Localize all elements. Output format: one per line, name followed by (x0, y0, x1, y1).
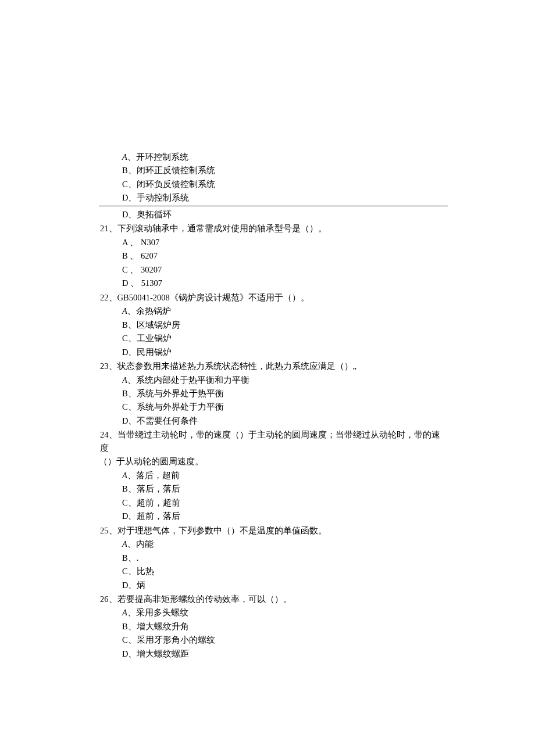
option-c: C、采用牙形角小的螺纹 (122, 633, 448, 646)
question-24: 24、当带绕过主动轮时，带的速度（）于主动轮的圆周速度；当带绕过从动轮时，带的速… (99, 428, 448, 522)
option-a: A、系统内部处于热平衡和力平衡 (122, 374, 448, 386)
option-d-aoto: D、奥拓循环 (122, 208, 448, 221)
question-stem: 22、GB50041-2008《锅炉房设计规范》不适用于（）。 (99, 291, 448, 304)
option-a: A 、 N307 (122, 236, 448, 249)
option-c: C 、 30207 (122, 263, 448, 276)
option-b: B 、 6207 (122, 249, 448, 262)
option-d: D、民用锅炉 (122, 346, 448, 359)
question-25: 25、对于理想气体，下列参数中（）不是温度的单值函数。 A、内能 B、. C、比… (99, 524, 448, 592)
options: A、系统内部处于热平衡和力平衡 B、系统与外界处于热平衡 C、系统与外界处于力平… (99, 374, 448, 428)
question-stem: 25、对于理想气体，下列参数中（）不是温度的单值函数。 (99, 524, 448, 537)
option-a: A、开环控制系统 (99, 151, 448, 163)
option-c: C、工业锅炉 (122, 332, 448, 345)
options: A 、 N307 B 、 6207 C 、 30207 D 、 51307 (99, 236, 448, 290)
option-d: D、炳 (122, 579, 448, 592)
question-21: 21、下列滚动轴承中，通常需成对使用的轴承型号是（）。 A 、 N307 B 、… (99, 222, 448, 289)
option-b: B、闭环正反馈控制系统 (99, 164, 448, 177)
question-stem-cont: （）于从动轮的圆周速度。 (99, 455, 448, 468)
orphan-option: D、奥拓循环 (99, 208, 448, 221)
question-stem: 21、下列滚动轴承中，通常需成对使用的轴承型号是（）。 (99, 222, 448, 235)
question-22: 22、GB50041-2008《锅炉房设计规范》不适用于（）。 A、余热锅炉 B… (99, 291, 448, 359)
option-c: C、比热 (122, 565, 448, 578)
question-26: 26、若要提高非矩形螺纹的传动效率，可以（）。 A、采用多头螺纹 B、增大螺纹升… (99, 593, 448, 660)
options: A、采用多头螺纹 B、增大螺纹升角 C、采用牙形角小的螺纹 D、增大螺纹螺距 (99, 606, 448, 660)
option-c: C、超前，超前 (122, 496, 448, 509)
option-b: B、系统与外界处于热平衡 (122, 387, 448, 400)
option-d: D、超前，落后 (122, 510, 448, 522)
option-b: B、. (122, 551, 448, 564)
option-d: D、手动控制系统 (99, 191, 448, 204)
question-23: 23、状态参数用来描述热力系统状态特性，此热力系统应满足（）„ A、系统内部处于… (99, 360, 448, 427)
question-stem: 26、若要提高非矩形螺纹的传动效率，可以（）。 (99, 593, 448, 605)
option-d: D 、 51307 (122, 277, 448, 289)
option-d: D、不需要任何条件 (122, 414, 448, 427)
question-stem: 23、状态参数用来描述热力系统状态特性，此热力系统应满足（）„ (99, 360, 448, 372)
question-stem: 24、当带绕过主动轮时，带的速度（）于主动轮的圆周速度；当带绕过从动轮时，带的速… (99, 428, 448, 454)
options: A、落后，超前 B、落后，落后 C、超前，超前 D、超前，落后 (99, 469, 448, 523)
leading-options-group: A、开环控制系统 B、闭环正反馈控制系统 C、闭环负反馈控制系统 D、手动控制系… (99, 151, 448, 205)
option-c: C、闭环负反馈控制系统 (99, 178, 448, 191)
option-c: C、系统与外界处于力平衡 (122, 400, 448, 413)
option-a: A、余热锅炉 (122, 304, 448, 317)
option-d: D、增大螺纹螺距 (122, 647, 448, 660)
option-b: B、增大螺纹升角 (122, 620, 448, 633)
option-b: B、落后，落后 (122, 482, 448, 495)
option-a: A、内能 (122, 538, 448, 550)
options: A、内能 B、. C、比热 D、炳 (99, 538, 448, 592)
divider (99, 206, 448, 206)
option-b: B、区域锅炉房 (122, 318, 448, 331)
option-a: A、落后，超前 (122, 469, 448, 482)
options: A、余热锅炉 B、区域锅炉房 C、工业锅炉 D、民用锅炉 (99, 304, 448, 359)
document-page: A、开环控制系统 B、闭环正反馈控制系统 C、闭环负反馈控制系统 D、手动控制系… (0, 0, 535, 660)
option-a: A、采用多头螺纹 (122, 606, 448, 619)
